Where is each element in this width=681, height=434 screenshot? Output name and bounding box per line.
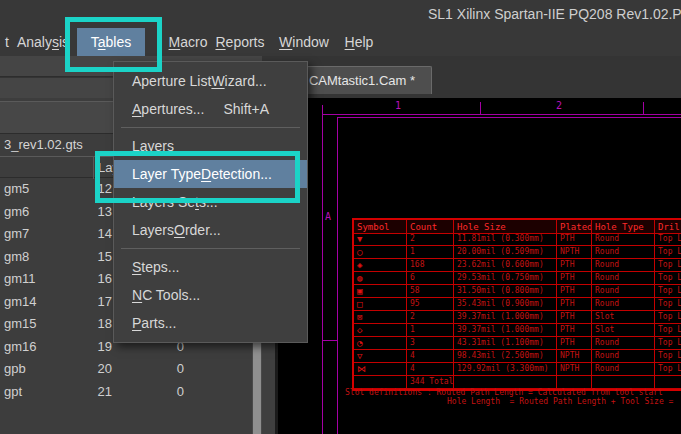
drill-plated: PTH bbox=[557, 324, 592, 337]
layer-name: gm5 bbox=[4, 181, 29, 196]
menubar-item-t[interactable]: t bbox=[2, 28, 12, 56]
menu-shortcut: Shift+A bbox=[223, 95, 269, 123]
drill-layer-pair: Top L bbox=[655, 337, 681, 350]
slot-note-line-1: Slot definitions : Routed Path Length = … bbox=[345, 388, 663, 397]
layer-count: 0 bbox=[130, 361, 184, 376]
drill-hole-type: Slot bbox=[592, 324, 655, 337]
frame-inner-vline bbox=[337, 117, 338, 434]
menubar-item-analysis[interactable]: Analysis bbox=[16, 28, 70, 56]
drill-symbol-icon: ○ bbox=[354, 246, 407, 259]
drill-hole-size: 11.81mil (0.300mm) bbox=[454, 233, 557, 246]
slot-note-line-2: Hole Length = Routed Path Length + Tool … bbox=[447, 397, 673, 406]
menu-bar: tAnalysisTablesMacroReportsWindowHelp bbox=[0, 28, 681, 56]
menu-item-nc-tools[interactable]: NC Tools... bbox=[114, 281, 307, 309]
drill-layer-pair: Top L bbox=[655, 285, 681, 298]
menubar-item-macro[interactable]: Macro bbox=[165, 28, 211, 56]
drill-symbol-icon: ◔ bbox=[354, 337, 407, 350]
layer-number: 20 bbox=[60, 361, 112, 376]
app-window: SL1 Xilinx Spartan-IIE PQ208 Rev1.02.P t… bbox=[0, 0, 681, 434]
drill-count: 2 bbox=[407, 233, 454, 246]
menubar-item-tables[interactable]: Tables bbox=[77, 28, 145, 56]
layer-name: gm16 bbox=[4, 339, 37, 354]
drill-count: 95 bbox=[407, 298, 454, 311]
menu-item-apertures[interactable]: Apertures...Shift+A bbox=[114, 95, 307, 123]
layer-name: gm14 bbox=[4, 294, 37, 309]
drill-hole-type: Slot bbox=[592, 311, 655, 324]
menu-item-parts[interactable]: Parts... bbox=[114, 309, 307, 337]
drill-table: SymbolCountHole SizePlatedHole TypeDril▼… bbox=[352, 218, 681, 391]
drill-hole-size: 129.92mil (3.300mm) bbox=[454, 363, 557, 376]
drill-header-count: Count bbox=[407, 220, 454, 234]
drill-hole-type: Round bbox=[592, 259, 655, 272]
menu-item-layers[interactable]: Layers bbox=[114, 132, 307, 160]
layer-name: gm15 bbox=[4, 316, 37, 331]
window-title: SL1 Xilinx Spartan-IIE PQ208 Rev1.02.P bbox=[428, 6, 681, 22]
drill-count: 58 bbox=[407, 285, 454, 298]
layer-number: 18 bbox=[60, 316, 112, 331]
drill-layer-pair: Top L bbox=[655, 259, 681, 272]
drill-symbol-icon: □ bbox=[354, 298, 407, 311]
frame-inner-hline bbox=[337, 117, 681, 118]
layer-name: gm11 bbox=[4, 271, 36, 286]
layer-name: gpt bbox=[4, 384, 22, 399]
zone-number-2: 2 bbox=[556, 100, 562, 111]
zone-letter-a: A bbox=[325, 211, 331, 222]
drill-plated: PTH bbox=[557, 311, 592, 324]
zone-number-1: 1 bbox=[395, 100, 401, 111]
drill-hole-type: Round bbox=[592, 363, 655, 376]
layer-name: gpb bbox=[4, 361, 26, 376]
drill-count: 4 bbox=[407, 363, 454, 376]
menu-item-aperture-list-wizard[interactable]: Aperture List Wizard... bbox=[114, 67, 307, 95]
layer-number: 15 bbox=[60, 249, 112, 264]
drill-hole-size: 31.50mil (0.800mm) bbox=[454, 285, 557, 298]
layer-row-gpb[interactable]: gpb200 bbox=[0, 358, 252, 381]
drill-hole-size: 29.53mil (0.750mm) bbox=[454, 272, 557, 285]
menubar-item-window[interactable]: Window bbox=[276, 28, 332, 56]
layer-name: gm6 bbox=[4, 204, 29, 219]
ruler-tick-2 bbox=[643, 102, 644, 115]
drill-plated: PTH bbox=[557, 337, 592, 350]
drill-plated: PTH bbox=[557, 259, 592, 272]
layer-number: 19 bbox=[60, 339, 112, 354]
drill-hole-type: Round bbox=[592, 233, 655, 246]
drill-layer-pair: Top L bbox=[655, 324, 681, 337]
drill-symbol-icon: ⊠ bbox=[354, 311, 407, 324]
document-tab[interactable]: CAMtastic1.Cam * bbox=[292, 66, 432, 94]
drill-hole-type: Round bbox=[592, 350, 655, 363]
drill-symbol-icon: ◍ bbox=[354, 272, 407, 285]
drill-symbol-icon: ◇ bbox=[354, 324, 407, 337]
drill-symbol-icon: ⋈ bbox=[354, 363, 407, 376]
drill-hole-type: Round bbox=[592, 298, 655, 311]
drill-hole-type: Round bbox=[592, 272, 655, 285]
drill-plated: NPTH bbox=[557, 246, 592, 259]
drill-hole-size: 39.37mil (1.000mm) bbox=[454, 311, 557, 324]
layer-name: gm8 bbox=[4, 249, 29, 264]
drill-header-symbol: Symbol bbox=[354, 220, 407, 234]
drill-header-plated: Plated bbox=[557, 220, 592, 234]
tables-menu-dropdown: Aperture List Wizard...Apertures...Shift… bbox=[113, 61, 308, 343]
drill-symbol-icon: ▽ bbox=[354, 350, 407, 363]
layer-count: 0 bbox=[130, 384, 184, 399]
menubar-item-help[interactable]: Help bbox=[342, 28, 376, 56]
drill-header-hole-size: Hole Size bbox=[454, 220, 557, 234]
drill-hole-size: 20.00mil (0.509mm) bbox=[454, 246, 557, 259]
menu-item-layer-type-detection[interactable]: Layer Type Detection... bbox=[114, 160, 307, 188]
layer-name: gm7 bbox=[4, 226, 29, 241]
drill-plated: NPTH bbox=[557, 363, 592, 376]
drill-plated: NPTH bbox=[557, 350, 592, 363]
zone-divider bbox=[322, 340, 338, 341]
layer-number: 13 bbox=[60, 204, 112, 219]
layer-row-gpt[interactable]: gpt210 bbox=[0, 381, 252, 404]
layer-number: 14 bbox=[60, 226, 112, 241]
menu-item-layers-sets[interactable]: Layers Sets... bbox=[114, 188, 307, 216]
drill-count: 1 bbox=[407, 324, 454, 337]
drill-hole-type: Round bbox=[592, 285, 655, 298]
menu-item-steps[interactable]: Steps... bbox=[114, 253, 307, 281]
drill-count: 4 bbox=[407, 350, 454, 363]
menubar-item-reports[interactable]: Reports bbox=[214, 28, 266, 56]
cad-canvas[interactable]: 1 2 A SymbolCountHole SizePlatedHole Typ… bbox=[278, 98, 681, 434]
menu-item-layers-order[interactable]: Layers Order... bbox=[114, 216, 307, 244]
drill-count: 1 bbox=[407, 246, 454, 259]
drill-hole-size: 98.43mil (2.500mm) bbox=[454, 350, 557, 363]
drill-plated: PTH bbox=[557, 285, 592, 298]
